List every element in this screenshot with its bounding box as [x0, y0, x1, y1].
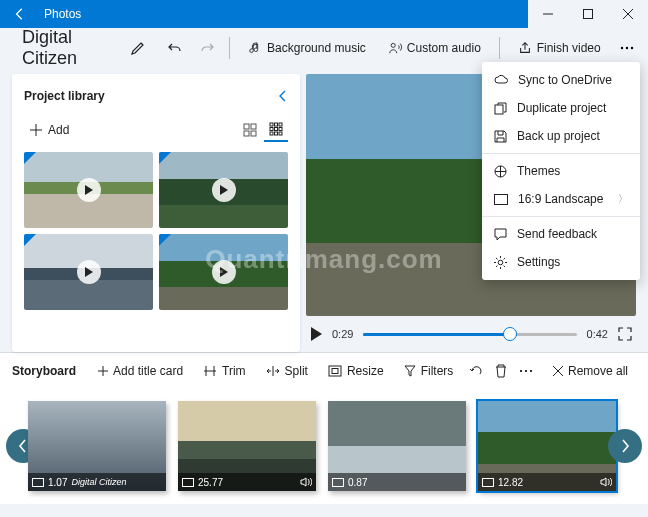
delete-button[interactable] — [491, 355, 512, 387]
clip-duration: 0.87 — [348, 477, 367, 488]
maximize-button[interactable] — [568, 0, 608, 28]
svg-rect-7 — [244, 131, 249, 136]
svg-rect-11 — [279, 123, 282, 126]
menu-sync-onedrive[interactable]: Sync to OneDrive — [482, 66, 640, 94]
chevron-right-icon: 〉 — [618, 192, 628, 206]
library-thumb[interactable] — [159, 234, 288, 310]
project-library-panel: Project library Add — [12, 74, 300, 352]
svg-point-20 — [520, 369, 522, 371]
aspect-icon — [482, 478, 494, 487]
svg-rect-25 — [333, 478, 344, 486]
scroll-right-button[interactable] — [608, 429, 642, 463]
menu-duplicate-project[interactable]: Duplicate project — [482, 94, 640, 122]
close-icon — [553, 366, 563, 376]
undo-button[interactable] — [163, 32, 188, 64]
titlebar: Photos — [0, 0, 648, 28]
fullscreen-button[interactable] — [618, 327, 632, 341]
view-large-button[interactable] — [238, 118, 262, 142]
redo-button[interactable] — [194, 32, 219, 64]
storyboard-toolbar: Storyboard Add title card Trim Split Res… — [0, 352, 648, 388]
svg-point-21 — [525, 369, 527, 371]
trim-button[interactable]: Trim — [195, 356, 254, 386]
rotate-button[interactable] — [465, 355, 486, 387]
resize-button[interactable]: Resize — [320, 356, 392, 386]
svg-point-4 — [631, 47, 633, 49]
svg-point-2 — [621, 47, 623, 49]
storyboard-clip[interactable]: 0.87 — [328, 401, 466, 491]
svg-point-1 — [391, 43, 395, 47]
app-title: Photos — [40, 7, 528, 21]
svg-point-30 — [498, 260, 503, 265]
library-thumb[interactable] — [24, 234, 153, 310]
storyboard-clip[interactable]: 1.07 Digital Citizen — [28, 401, 166, 491]
storyboard-clip[interactable]: 25.77 — [178, 401, 316, 491]
trim-icon — [203, 365, 217, 377]
resize-icon — [328, 365, 342, 377]
menu-backup-project[interactable]: Back up project — [482, 122, 640, 150]
finish-video-label: Finish video — [537, 41, 601, 55]
svg-rect-10 — [275, 123, 278, 126]
filters-icon — [404, 365, 416, 377]
split-icon — [266, 365, 280, 377]
clip-duration: 1.07 — [48, 477, 67, 488]
svg-rect-29 — [495, 194, 508, 204]
music-icon — [248, 41, 262, 55]
play-icon — [212, 178, 236, 202]
svg-rect-14 — [279, 128, 282, 131]
divider — [499, 37, 500, 59]
view-small-button[interactable] — [264, 118, 288, 142]
clip-duration: 25.77 — [198, 477, 223, 488]
finish-video-button[interactable]: Finish video — [510, 33, 609, 63]
filters-button[interactable]: Filters — [396, 356, 462, 386]
svg-rect-9 — [270, 123, 273, 126]
project-name[interactable]: Digital Citizen — [8, 27, 119, 69]
plus-icon — [98, 366, 108, 376]
svg-rect-0 — [584, 10, 593, 19]
more-menu: Sync to OneDrive Duplicate project Back … — [482, 62, 640, 280]
used-marker — [24, 234, 36, 246]
storyboard-title: Storyboard — [12, 364, 86, 378]
svg-rect-24 — [183, 478, 194, 486]
clip-duration: 12.82 — [498, 477, 523, 488]
used-marker — [159, 234, 171, 246]
bg-music-button[interactable]: Background music — [240, 33, 374, 63]
play-button[interactable] — [310, 327, 322, 341]
seek-slider[interactable] — [363, 333, 576, 336]
aspect-icon — [332, 478, 344, 487]
add-media-button[interactable]: Add — [24, 119, 75, 141]
close-button[interactable] — [608, 0, 648, 28]
svg-rect-8 — [251, 131, 256, 136]
custom-audio-label: Custom audio — [407, 41, 481, 55]
svg-rect-18 — [329, 366, 341, 376]
more-button[interactable] — [615, 32, 640, 64]
collapse-library-button[interactable] — [278, 90, 288, 102]
export-icon — [518, 41, 532, 55]
menu-aspect-ratio[interactable]: 16:9 Landscape 〉 — [482, 185, 640, 213]
minimize-button[interactable] — [528, 0, 568, 28]
svg-rect-17 — [279, 132, 282, 135]
used-marker — [159, 152, 171, 164]
volume-icon[interactable] — [300, 477, 312, 487]
aspect-icon — [494, 194, 508, 205]
svg-rect-27 — [495, 105, 503, 114]
aspect-icon — [182, 478, 194, 487]
storyboard-more-button[interactable] — [516, 355, 537, 387]
svg-rect-26 — [483, 478, 494, 486]
remove-all-button[interactable]: Remove all — [545, 356, 636, 386]
svg-rect-23 — [33, 478, 44, 486]
volume-icon[interactable] — [600, 477, 612, 487]
rename-button[interactable] — [125, 32, 150, 64]
split-button[interactable]: Split — [258, 356, 316, 386]
menu-settings[interactable]: Settings — [482, 248, 640, 276]
menu-themes[interactable]: Themes — [482, 157, 640, 185]
feedback-icon — [494, 228, 507, 241]
play-icon — [212, 260, 236, 284]
custom-audio-button[interactable]: Custom audio — [380, 33, 489, 63]
storyboard-clip[interactable]: 12.82 — [478, 401, 616, 491]
back-button[interactable] — [0, 0, 40, 28]
library-thumb[interactable] — [24, 152, 153, 228]
clip-title-text: Digital Citizen — [71, 477, 126, 487]
add-title-card-button[interactable]: Add title card — [90, 356, 191, 386]
menu-send-feedback[interactable]: Send feedback — [482, 220, 640, 248]
library-thumb[interactable] — [159, 152, 288, 228]
